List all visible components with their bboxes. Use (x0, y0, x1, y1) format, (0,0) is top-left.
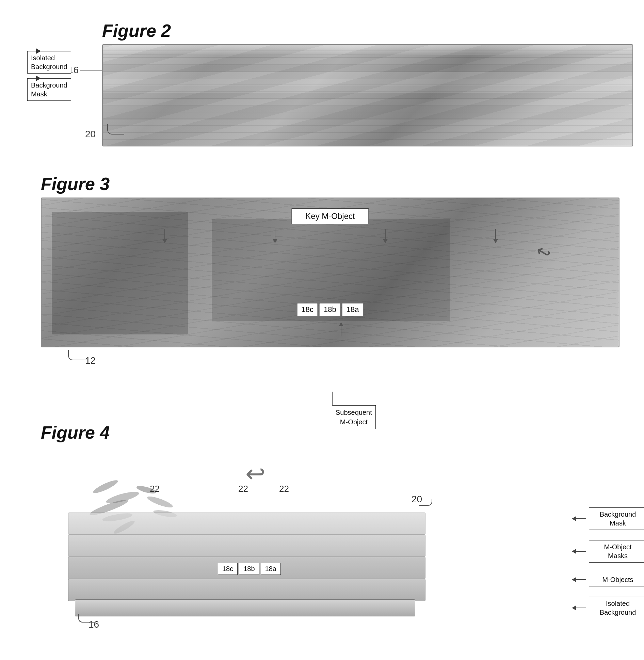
fig3-image: Key M-Object (41, 198, 619, 347)
fig3-arrow1-head (162, 239, 167, 243)
fig4-content: ↩ 22 22 22 (41, 446, 644, 637)
figure4-title: Figure 4 (41, 422, 624, 443)
fig3-up-arrow-line (341, 326, 341, 336)
fig4-label-18a: 18a (261, 563, 281, 575)
fig4-mobject-masks-arrow-line (576, 551, 586, 552)
fig4-mobjects-arrow (572, 577, 586, 582)
fig4-mobjects-box: M-Objects (589, 573, 644, 586)
fig4-bg-mask-arrow-line (576, 518, 586, 519)
fig4-mobject-masks-arrow (572, 549, 586, 554)
fig3-down-arrows (42, 229, 619, 243)
fig4-right-mobject-masks: M-ObjectMasks (572, 540, 644, 563)
fig2-band2 (103, 86, 632, 99)
fig4-bg-mask-arrow (572, 516, 586, 521)
fig4-mobjects-arrow-line (576, 579, 586, 580)
arrow-line2 (29, 78, 36, 79)
fig3-arrow3-head (383, 239, 388, 243)
fig4-small-labels: 18c 18b 18a (218, 563, 281, 575)
figure3-title: Figure 3 (41, 174, 624, 194)
figure3-section: Figure 3 Key M-Object (41, 174, 624, 347)
fig4-mobject-masks-arrow-head (572, 549, 576, 554)
arrow-head (36, 48, 41, 54)
fig4-layer4 (68, 513, 425, 535)
fig4-layer1 (68, 579, 425, 601)
fig2-image (102, 44, 633, 146)
fig4-curve-20 (419, 499, 432, 506)
fig2-isolated-bg-arrow (29, 48, 41, 54)
fig4-base-plate (75, 599, 415, 616)
fig3-arrow3-line (385, 229, 386, 239)
fig3-subsequent-container: SubsequentM-Object (332, 392, 333, 405)
fig4-isolated-bg-arrow (572, 606, 586, 610)
scatter1 (92, 478, 119, 495)
fig4-right-bg-mask: BackgroundMask (572, 507, 644, 530)
arrow-head2 (36, 76, 41, 81)
fig4-label-18c: 18c (218, 563, 238, 575)
fig3-label-18a: 18a (342, 303, 364, 316)
fig4-label-22b: 22 (238, 484, 248, 494)
fig2-isolated-bg-label: IsolatedBackground (27, 51, 71, 74)
fig3-arrow4 (493, 229, 498, 243)
fig3-small-labels: 18c 18b 18a (297, 303, 364, 316)
fig3-label-18b: 18b (319, 303, 341, 316)
fig2-bg-mask-arrow (29, 76, 41, 81)
fig4-mobject-masks-box: M-ObjectMasks (589, 540, 644, 563)
fig4-label-22c: 22 (279, 484, 289, 494)
fig3-arrow2 (273, 229, 277, 243)
fig3-arrow3 (383, 229, 388, 243)
figure2-title: Figure 2 (102, 20, 624, 41)
fig4-bg-mask-box: BackgroundMask (589, 507, 644, 530)
fig4-right-labels: BackgroundMask M-ObjectMasks (572, 507, 644, 619)
fig3-label-18c: 18c (297, 303, 318, 316)
scatter7 (146, 494, 174, 509)
fig2-light-stripe (103, 72, 632, 93)
fig2-band1 (103, 65, 632, 79)
fig3-key-mobject-label: Key M-Object (291, 208, 369, 224)
fig4-isolated-bg-box: IsolatedBackground (589, 597, 644, 619)
fig4-curve-16 (78, 614, 95, 623)
fig2-label-20: 20 (85, 129, 96, 140)
fig3-up-arrow-head (339, 322, 343, 326)
fig4-right-isolated-bg: IsolatedBackground (572, 597, 644, 619)
page-container: Figure 2 16 IsolatedBackground (0, 0, 644, 660)
fig4-layer3 (68, 535, 425, 557)
fig3-arrow4-line (495, 229, 496, 239)
figure2-section: Figure 2 16 IsolatedBackground (102, 20, 624, 146)
figure4-section: Figure 4 ↩ 22 22 (41, 422, 624, 637)
fig4-mobjects-arrow-head (572, 577, 576, 582)
fig2-curve-20 (107, 124, 124, 135)
fig3-arrow2-line (275, 229, 275, 239)
fig3-up-arrow (339, 322, 343, 336)
fig4-isolated-bg-arrow-line (576, 608, 586, 608)
fig3-curve-12 (68, 350, 88, 360)
fig3-arrow1 (162, 229, 167, 243)
fig3-arrow2-head (273, 239, 277, 243)
fig3-subsequent-vline (332, 392, 333, 405)
arrow-line (29, 51, 36, 51)
fig4-bg-mask-arrow-head (572, 516, 576, 521)
fig3-arrow1-line (164, 229, 165, 239)
fig4-right-mobjects: M-Objects (572, 573, 644, 586)
fig4-label-22a: 22 (150, 484, 160, 494)
fig2-band3 (103, 106, 632, 120)
fig2-top-edge (103, 45, 632, 54)
fig4-isolated-bg-arrow-head (572, 606, 576, 610)
fig3-arrow4-head (493, 239, 498, 243)
fig4-stack: ↩ 22 22 22 (68, 460, 442, 616)
fig4-label-18b: 18b (239, 563, 259, 575)
fig2-bg-mask-label: BackgroundMask (27, 78, 71, 101)
